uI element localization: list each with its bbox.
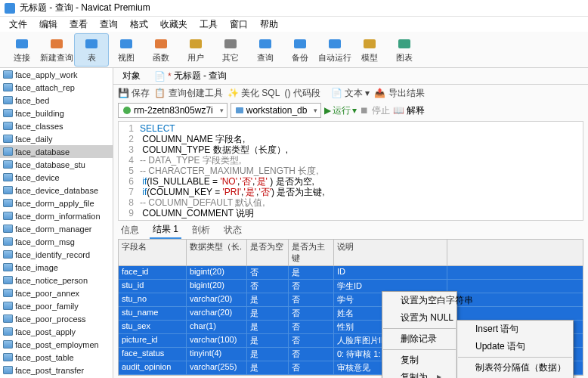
svg-rect-0 (16, 39, 28, 48)
beautify-button[interactable]: ✨ 美化 SQL (227, 87, 280, 100)
result-tabs: 信息 结果 1 剖析 状态 (113, 222, 588, 237)
menu-item[interactable]: Insert 语句 (457, 321, 573, 338)
menu-item[interactable]: 查看 (65, 17, 92, 33)
sidebar-item[interactable]: face_daily (0, 132, 113, 145)
table-row[interactable]: stu_namevarchar(20)是否姓名 (119, 307, 583, 321)
svg-rect-6 (224, 39, 237, 48)
sub-toolbar: 💾 保存 📋 查询创建工具 ✨ 美化 SQL () 代码段 📄 文本 ▾ 📤 导… (113, 85, 588, 101)
sidebar-item[interactable]: face_dorm_information (0, 209, 113, 222)
sidebar-item[interactable]: face_device (0, 171, 113, 184)
menu-item[interactable]: 格式 (125, 17, 153, 33)
sidebar-item[interactable]: face_classes (0, 119, 113, 132)
table-icon (3, 276, 13, 284)
svg-rect-8 (294, 39, 306, 48)
toolbar-连接[interactable]: 连接 (5, 33, 39, 67)
sidebar-item[interactable]: face_building (0, 107, 113, 119)
menu-item[interactable]: 文件 (5, 17, 32, 33)
tab-result[interactable]: 结果 1 (150, 222, 181, 239)
toolbar-用户[interactable]: 用户 (178, 33, 213, 67)
titlebar: 无标题 - 查询 - Navicat Premium (0, 0, 588, 17)
sidebar-item[interactable]: face_database_stu (0, 158, 113, 171)
menu-item[interactable]: 窗口 (225, 17, 252, 33)
tab-objects[interactable]: 对象 (118, 68, 145, 84)
sidebar-item[interactable]: face_post_transfer (0, 364, 113, 376)
toolbar-其它[interactable]: 其它 (213, 33, 248, 67)
context-menu[interactable]: 设置为空白字符串设置为 NULL删除记录复制复制为粘贴显示 (382, 291, 457, 378)
menu-item[interactable]: 查询 (95, 17, 122, 33)
toolbar-视图[interactable]: 视图 (109, 33, 144, 67)
menu-item[interactable]: 收藏夹 (156, 17, 192, 33)
menu-item[interactable]: 编辑 (35, 17, 62, 33)
menu-item[interactable]: Update 语句 (457, 338, 573, 355)
toolbar-查询[interactable]: 查询 (248, 33, 283, 67)
table-row[interactable]: face_idbigint(20)否是ID (119, 266, 583, 280)
context-submenu[interactable]: Insert 语句Update 语句制表符分隔值（数据）制表符分隔值（字段名）制… (456, 320, 574, 378)
menu-item[interactable]: 工具 (195, 17, 222, 33)
sidebar-item[interactable]: face_identify_record (0, 248, 113, 261)
menu-item[interactable]: 删除记录 (382, 330, 456, 348)
sidebar-item[interactable]: face_dorm_msg (0, 235, 113, 248)
sidebar-item[interactable]: face_database (0, 145, 113, 158)
table-row[interactable]: stu_novarchar(20)是否学号 (119, 293, 583, 307)
toolbar-表[interactable]: 表 (74, 33, 109, 67)
table-row[interactable]: stu_idbigint(20)否否学生ID (119, 280, 583, 293)
table-icon (3, 212, 13, 220)
toolbar-模型[interactable]: 模型 (352, 33, 387, 67)
export-button[interactable]: 📤 导出结果 (374, 87, 424, 100)
toolbar-新建查询[interactable]: 新建查询 (39, 33, 74, 67)
save-button[interactable]: 💾 保存 (118, 87, 150, 100)
database-select[interactable]: workstation_db (231, 103, 322, 118)
sidebar-item[interactable]: face_post_apply (0, 325, 113, 338)
sidebar-item[interactable]: face_bed (0, 94, 113, 107)
sidebar-item[interactable]: face_poor_annex (0, 287, 113, 299)
sidebar-item[interactable]: face_dorm_manager (0, 222, 113, 235)
menu-item[interactable]: 帮助 (255, 17, 283, 33)
explain-button[interactable]: 📖 解释 (393, 104, 425, 117)
sidebar-item[interactable]: face_image (0, 261, 113, 274)
table-icon (3, 147, 13, 156)
table-icon (3, 70, 13, 79)
toolbar-备份[interactable]: 备份 (283, 33, 317, 67)
table-icon (3, 186, 13, 194)
sql-editor[interactable]: 1SELECT2 COLUMN_NAME 字段名,3 COLUMN_TYPE 数… (118, 121, 583, 221)
sidebar-item[interactable]: face_apply_work (0, 68, 113, 81)
sidebar-item[interactable]: face_device_database (0, 184, 113, 197)
sidebar-item[interactable]: face_poor_family (0, 299, 113, 312)
menu-item[interactable]: 复制为 (382, 369, 456, 378)
tab-info[interactable]: 信息 (118, 222, 142, 238)
table-icon (3, 225, 13, 233)
sidebar-item[interactable]: face_post_table (0, 351, 113, 364)
menubar: 文件编辑查看查询格式收藏夹工具窗口帮助 (0, 17, 588, 32)
svg-rect-2 (85, 39, 97, 48)
sidebar-item[interactable]: face_notice_person (0, 274, 113, 287)
table-icon (3, 96, 13, 104)
table-icon (3, 135, 13, 143)
window-title: 无标题 - 查询 - Navicat Premium (20, 2, 150, 14)
tab-status[interactable]: 状态 (221, 222, 245, 238)
code-snippet-button[interactable]: () 代码段 (284, 87, 320, 100)
query-tool-button[interactable]: 📋 查询创建工具 (154, 87, 222, 100)
toolbar-函数[interactable]: 函数 (144, 33, 178, 67)
menu-item[interactable]: 设置为 NULL (382, 309, 456, 327)
menu-item[interactable]: 制表符分隔值（数据） (457, 359, 573, 376)
sidebar-item[interactable]: face_poor_process (0, 312, 113, 325)
tab-query[interactable]: 📄 *无标题 - 查询 (150, 68, 231, 84)
server-select[interactable]: rm-2zetn83n05wz7i (118, 103, 227, 118)
text-button[interactable]: 📄 文本 ▾ (331, 87, 370, 100)
sidebar[interactable]: face_apply_workface_attach_repface_bedfa… (0, 68, 113, 378)
table-icon (3, 109, 13, 117)
menu-item[interactable]: 复制 (382, 352, 456, 369)
sidebar-item[interactable]: face_attach_rep (0, 81, 113, 94)
svg-rect-9 (329, 39, 341, 48)
tab-profile[interactable]: 剖析 (189, 222, 213, 238)
table-icon (3, 173, 13, 181)
svg-rect-5 (190, 39, 202, 48)
table-icon (3, 289, 13, 297)
toolbar-图表[interactable]: 图表 (387, 33, 422, 67)
svg-rect-3 (120, 39, 132, 48)
run-button[interactable]: ▶ 运行 ▾ (324, 104, 357, 117)
menu-item[interactable]: 设置为空白字符串 (382, 292, 456, 309)
toolbar-自动运行[interactable]: 自动运行 (317, 33, 352, 67)
sidebar-item[interactable]: face_post_employmen (0, 338, 113, 351)
sidebar-item[interactable]: face_dorm_apply_file (0, 197, 113, 209)
